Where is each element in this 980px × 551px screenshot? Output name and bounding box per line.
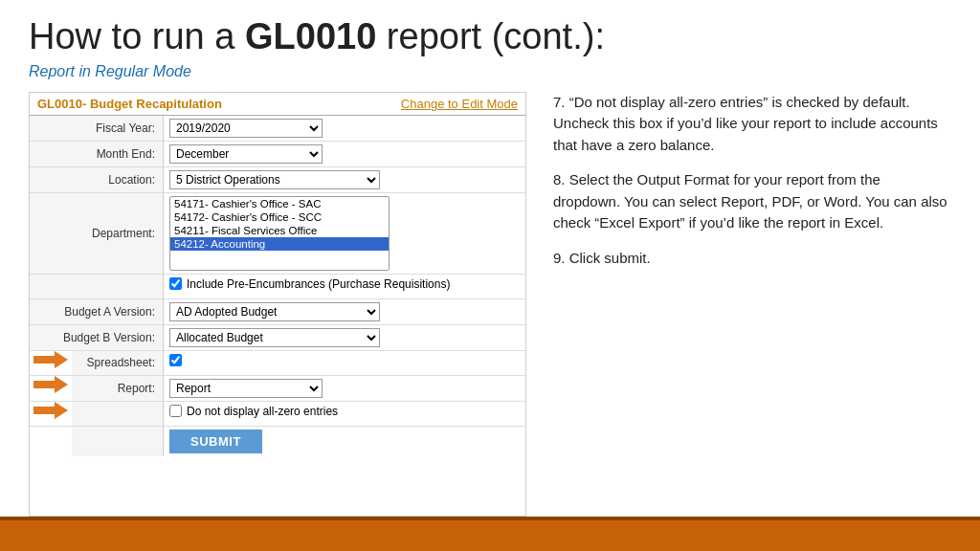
report-arrow [30, 376, 72, 393]
report-row: Report: Report [30, 376, 525, 402]
form-panel: GL0010- Budget Recapitulation Change to … [29, 92, 526, 517]
do-not-display-text: Do not display all-zero entries [187, 405, 338, 418]
department-listbox[interactable]: 54171- Cashier's Office - SAC 54172- Cas… [169, 196, 390, 271]
month-end-value: December [164, 142, 525, 166]
bottom-bar [0, 517, 980, 551]
include-row: Include Pre-Encumbrances (Purchase Requi… [30, 275, 525, 299]
do-not-display-value: Do not display all-zero entries [164, 402, 525, 421]
arrow-icon-2 [33, 376, 68, 393]
step8-text: 8. Select the Output Format for your rep… [553, 169, 951, 234]
location-value: 5 District Operations [164, 167, 525, 192]
include-checkbox[interactable] [169, 277, 182, 290]
form-panel-title: GL0010- Budget Recapitulation [37, 97, 222, 111]
report-value: Report [164, 376, 525, 401]
report-label: Report: [72, 376, 164, 401]
location-label: Location: [30, 167, 164, 192]
budget-a-label: Budget A Version: [30, 299, 164, 324]
subtitle: Report in Regular Mode [29, 63, 951, 80]
form-body: Fiscal Year: 2019/2020 Month End: Decemb… [30, 115, 525, 456]
do-not-display-label [72, 402, 164, 426]
location-row: Location: 5 District Operations [30, 167, 525, 193]
location-select[interactable]: 5 District Operations [169, 170, 380, 189]
submit-button[interactable]: SUBMIT [169, 430, 262, 453]
spreadsheet-arrow [30, 351, 72, 368]
department-row: Department: 54171- Cashier's Office - SA… [30, 193, 525, 275]
fiscal-year-label: Fiscal Year: [30, 116, 164, 141]
instructions-panel: 7. “Do not display all-zero entries” is … [553, 92, 951, 517]
fiscal-year-row: Fiscal Year: 2019/2020 [30, 116, 525, 142]
include-text: Include Pre-Encumbrances (Purchase Requi… [187, 277, 450, 291]
do-not-display-checkbox[interactable] [169, 405, 182, 417]
budget-b-row: Budget B Version: Allocated Budget [30, 325, 525, 351]
department-label: Department: [30, 193, 164, 274]
main-content: How to run a GL0010 report (cont.): Repo… [0, 0, 980, 517]
include-label [30, 275, 164, 298]
budget-b-label: Budget B Version: [30, 325, 164, 350]
step9-text: 9. Click submit. [553, 248, 951, 270]
form-header: GL0010- Budget Recapitulation Change to … [30, 93, 525, 115]
page-title: How to run a GL0010 report (cont.): [29, 17, 951, 57]
budget-b-select[interactable]: Allocated Budget [169, 328, 380, 347]
submit-row: SUBMIT [30, 427, 525, 456]
do-not-display-row: Do not display all-zero entries [30, 402, 525, 427]
do-not-display-arrow [30, 402, 72, 419]
report-select[interactable]: Report [169, 379, 323, 398]
spreadsheet-value [164, 351, 525, 369]
step7-text: 7. “Do not display all-zero entries” is … [553, 92, 951, 157]
spreadsheet-row: Spreadsheet: [30, 351, 525, 376]
arrow-icon-3 [33, 402, 68, 419]
month-end-row: Month End: December [30, 142, 525, 167]
budget-a-select[interactable]: AD Adopted Budget [169, 302, 380, 321]
department-value: 54171- Cashier's Office - SAC 54172- Cas… [164, 193, 525, 274]
edit-mode-link[interactable]: Change to Edit Mode [401, 97, 518, 111]
spreadsheet-checkbox[interactable] [169, 354, 182, 366]
month-end-label: Month End: [30, 142, 164, 166]
spreadsheet-label: Spreadsheet: [72, 351, 164, 375]
fiscal-year-value: 2019/2020 [164, 116, 525, 141]
budget-a-value: AD Adopted Budget [164, 299, 525, 324]
submit-space [72, 427, 164, 456]
submit-value: SUBMIT [164, 427, 525, 456]
budget-b-value: Allocated Budget [164, 325, 525, 350]
budget-a-row: Budget A Version: AD Adopted Budget [30, 299, 525, 325]
month-end-select[interactable]: December [169, 144, 323, 164]
fiscal-year-select[interactable]: 2019/2020 [169, 119, 323, 138]
content-area: GL0010- Budget Recapitulation Change to … [29, 92, 951, 517]
arrow-icon [33, 351, 68, 368]
include-value: Include Pre-Encumbrances (Purchase Requi… [164, 275, 525, 294]
